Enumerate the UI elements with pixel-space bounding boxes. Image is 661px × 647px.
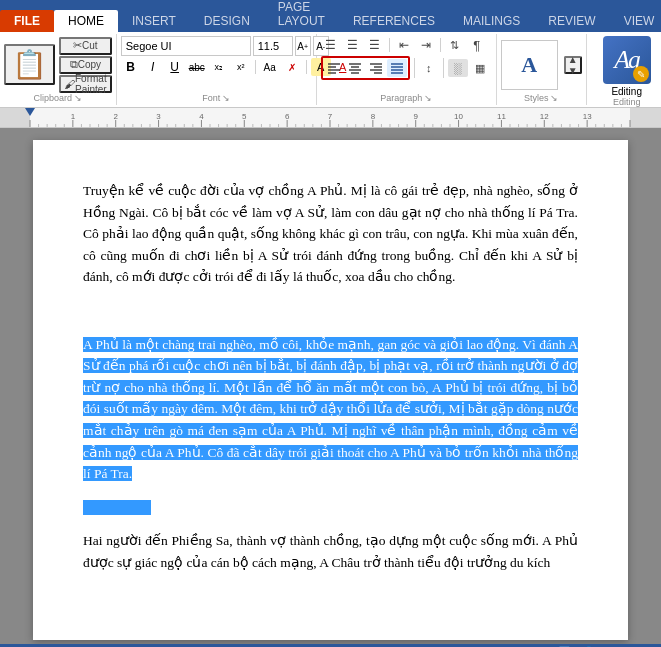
clipboard-label: Clipboard ↘: [4, 93, 112, 105]
align-right-icon: [369, 62, 383, 74]
paragraph-empty-2: [83, 497, 578, 519]
tab-review[interactable]: REVIEW: [534, 10, 609, 32]
paste-icon: 📋: [12, 48, 47, 81]
selected-paragraph-2: A Phủ là một chàng trai nghèo, mồ côi, k…: [83, 337, 578, 482]
font-label: Font ↘: [121, 93, 312, 105]
paragraph-2: A Phủ là một chàng trai nghèo, mồ côi, k…: [83, 334, 578, 485]
selected-empty: [83, 500, 151, 515]
paragraph-1: Truyện kể về cuộc đời của vợ chồng A Phủ…: [83, 180, 578, 288]
list-buttons-row: ☰ ☰ ☰ ⇤ ⇥ ⇅ ¶: [321, 36, 487, 54]
ruler-canvas: [0, 108, 661, 128]
ribbon: 📋 ✂ Cut ⧉ Copy 🖌 Format Painter Clipboar…: [0, 32, 661, 108]
paragraph-group: ☰ ☰ ☰ ⇤ ⇥ ⇅ ¶: [317, 34, 497, 105]
editing-icon: Aa ✎: [603, 36, 651, 84]
bullets-button[interactable]: ☰: [321, 36, 341, 54]
cut-button[interactable]: ✂ Cut: [59, 37, 112, 55]
superscript-button[interactable]: x²: [231, 58, 251, 76]
styles-expand[interactable]: ↘: [550, 93, 558, 103]
styles-preview: A: [501, 40, 558, 90]
tab-mailings[interactable]: MAILINGS: [449, 10, 534, 32]
paragraph-label: Paragraph ↘: [321, 93, 492, 105]
font-family-input[interactable]: [121, 36, 251, 56]
clipboard-expand[interactable]: ↘: [74, 93, 82, 103]
tab-file[interactable]: FILE: [0, 10, 54, 32]
underline-button[interactable]: U: [165, 58, 185, 76]
font-expand[interactable]: ↘: [222, 93, 230, 103]
subscript-button[interactable]: x₂: [209, 58, 229, 76]
multilevel-button[interactable]: ☰: [365, 36, 385, 54]
editing-text-label: Editing: [611, 86, 642, 97]
paragraph-expand[interactable]: ↘: [424, 93, 432, 103]
paragraph-3: Hai người đến Phiềng Sa, thành vợ thành …: [83, 530, 578, 573]
shading-button[interactable]: ░: [448, 59, 468, 77]
align-right-button[interactable]: [366, 59, 386, 77]
styles-a-label: A: [521, 52, 537, 78]
alignment-group-highlight: [321, 56, 410, 80]
show-marks-button[interactable]: ¶: [467, 36, 487, 54]
change-case-button[interactable]: Aa: [260, 58, 280, 76]
copy-icon: ⧉: [70, 58, 78, 71]
document-area[interactable]: Truyện kể về cuộc đời của vợ chồng A Phủ…: [0, 128, 661, 644]
alignment-row: ↕ ░ ▦: [321, 56, 490, 80]
scissors-icon: ✂: [73, 39, 82, 52]
line-spacing-button[interactable]: ↕: [419, 59, 439, 77]
sort-button[interactable]: ⇅: [445, 36, 465, 54]
tab-home[interactable]: HOME: [54, 10, 118, 32]
tab-design[interactable]: DESIGN: [190, 10, 264, 32]
align-left-button[interactable]: [324, 59, 344, 77]
ruler: // This is handled inline below: [0, 108, 661, 128]
styles-label: Styles ↘: [501, 93, 582, 105]
tab-view[interactable]: VIEW: [610, 10, 661, 32]
painter-icon: 🖌: [64, 78, 75, 90]
paste-button[interactable]: 📋: [4, 44, 55, 85]
align-center-icon: [348, 62, 362, 74]
font-size-input[interactable]: [253, 36, 293, 56]
tab-page-layout[interactable]: PAGE LAYOUT: [264, 0, 339, 32]
paragraph-empty-1: [83, 300, 578, 322]
editing-group: Aa ✎ Editing Editing: [587, 34, 661, 105]
bold-button[interactable]: B: [121, 58, 141, 76]
increase-indent-button[interactable]: ⇥: [416, 36, 436, 54]
format-painter-button[interactable]: 🖌 Format Painter: [59, 75, 112, 93]
increase-font-size-button[interactable]: A+: [295, 36, 311, 56]
font-group: A+ A- B I U abc x₂ x² Aa ✗ A A: [117, 34, 317, 105]
borders-button[interactable]: ▦: [470, 59, 490, 77]
document-page: Truyện kể về cuộc đời của vợ chồng A Phủ…: [33, 140, 628, 640]
ribbon-tabs: FILE HOME INSERT DESIGN PAGE LAYOUT REFE…: [0, 0, 661, 32]
align-left-icon: [327, 62, 341, 74]
styles-group: A ▲▼ Styles ↘: [497, 34, 587, 105]
decrease-indent-button[interactable]: ⇤: [394, 36, 414, 54]
italic-button[interactable]: I: [143, 58, 163, 76]
align-justify-icon: [390, 62, 404, 74]
font-family-row: A+ A-: [121, 36, 329, 56]
tab-insert[interactable]: INSERT: [118, 10, 190, 32]
page-content[interactable]: Truyện kể về cuộc đời của vợ chồng A Phủ…: [83, 180, 578, 574]
numbering-button[interactable]: ☰: [343, 36, 363, 54]
tab-references[interactable]: REFERENCES: [339, 10, 449, 32]
strikethrough-button[interactable]: abc: [187, 58, 207, 76]
styles-expand-button[interactable]: ▲▼: [564, 56, 582, 74]
align-justify-button[interactable]: [387, 59, 407, 77]
clipboard-group: 📋 ✂ Cut ⧉ Copy 🖌 Format Painter Clipboar…: [0, 34, 117, 105]
align-center-button[interactable]: [345, 59, 365, 77]
copy-button[interactable]: ⧉ Copy: [59, 56, 112, 74]
clear-format-button[interactable]: ✗: [282, 58, 302, 76]
